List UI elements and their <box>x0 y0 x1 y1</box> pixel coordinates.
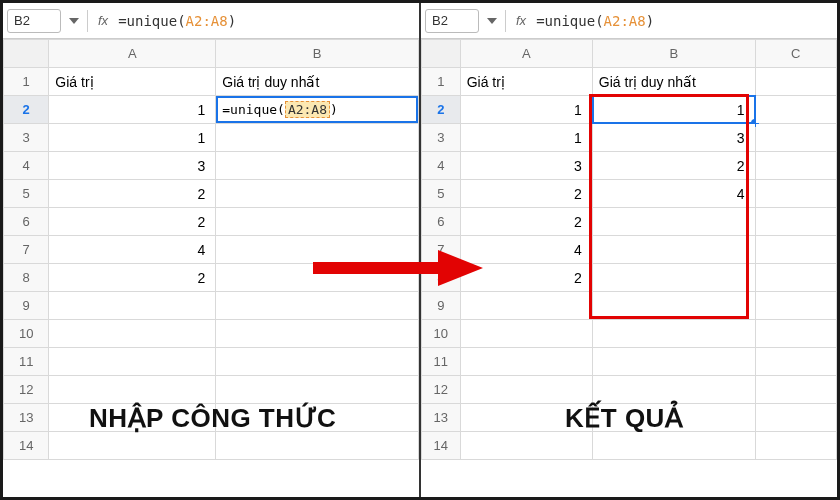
column-header-b[interactable]: B <box>216 40 419 68</box>
cell[interactable] <box>216 180 419 208</box>
row-header[interactable]: 4 <box>4 152 49 180</box>
cell[interactable]: 1 <box>460 124 592 152</box>
cell[interactable] <box>49 348 216 376</box>
row-header[interactable]: 2 <box>4 96 49 124</box>
cell[interactable] <box>460 292 592 320</box>
row-header[interactable]: 9 <box>422 292 461 320</box>
cell[interactable] <box>755 68 836 96</box>
select-all-corner[interactable] <box>422 40 461 68</box>
cell[interactable] <box>216 124 419 152</box>
row-header[interactable]: 3 <box>422 124 461 152</box>
row-header[interactable]: 12 <box>422 376 461 404</box>
cell[interactable] <box>216 348 419 376</box>
column-header-a[interactable]: A <box>49 40 216 68</box>
cell-editor[interactable]: =unique(A2:A8) <box>216 96 418 123</box>
cell[interactable] <box>755 208 836 236</box>
row-header[interactable]: 11 <box>4 348 49 376</box>
cell[interactable] <box>755 236 836 264</box>
name-box[interactable]: B2 <box>7 9 61 33</box>
cell[interactable] <box>49 320 216 348</box>
cell-b3[interactable]: 3 <box>592 124 755 152</box>
cell[interactable] <box>592 432 755 460</box>
cell[interactable] <box>216 208 419 236</box>
cell[interactable] <box>755 264 836 292</box>
cell[interactable]: 1 <box>49 124 216 152</box>
cell[interactable] <box>755 320 836 348</box>
cell[interactable] <box>460 376 592 404</box>
row-header[interactable]: 10 <box>422 320 461 348</box>
row-header[interactable]: 8 <box>4 264 49 292</box>
cell[interactable] <box>216 320 419 348</box>
cell-b5[interactable]: 4 <box>592 180 755 208</box>
cell[interactable] <box>755 292 836 320</box>
cell[interactable] <box>216 152 419 180</box>
cell[interactable]: 3 <box>460 152 592 180</box>
cell[interactable] <box>755 348 836 376</box>
name-box-dropdown-icon[interactable] <box>67 18 81 24</box>
cell[interactable] <box>755 404 836 432</box>
row-header[interactable]: 4 <box>422 152 461 180</box>
column-header-c[interactable]: C <box>755 40 836 68</box>
row-header[interactable]: 7 <box>4 236 49 264</box>
cell[interactable] <box>592 292 755 320</box>
row-header[interactable]: 12 <box>4 376 49 404</box>
row-header[interactable]: 5 <box>4 180 49 208</box>
cell-b4[interactable]: 2 <box>592 152 755 180</box>
row-header[interactable]: 10 <box>4 320 49 348</box>
row-header[interactable]: 9 <box>4 292 49 320</box>
column-header-a[interactable]: A <box>460 40 592 68</box>
cell-b1[interactable]: Giá trị duy nhất <box>592 68 755 96</box>
cell-b2[interactable]: 1 <box>592 96 755 124</box>
cell-a1[interactable]: Giá trị <box>49 68 216 96</box>
cell[interactable] <box>755 152 836 180</box>
cell[interactable]: 2 <box>460 208 592 236</box>
row-header[interactable]: 5 <box>422 180 461 208</box>
cell[interactable] <box>216 292 419 320</box>
cell-a1[interactable]: Giá trị <box>460 68 592 96</box>
cell-b2-editing[interactable]: =unique(A2:A8) <box>216 96 419 124</box>
select-all-corner[interactable] <box>4 40 49 68</box>
cell[interactable] <box>755 124 836 152</box>
cell[interactable] <box>460 432 592 460</box>
cell[interactable]: 2 <box>49 264 216 292</box>
cell[interactable] <box>592 348 755 376</box>
cell[interactable] <box>216 376 419 404</box>
formula-input[interactable]: =unique(A2:A8) <box>118 13 236 29</box>
row-header[interactable]: 13 <box>422 404 461 432</box>
cell[interactable] <box>460 348 592 376</box>
row-header[interactable]: 3 <box>4 124 49 152</box>
cell[interactable] <box>592 376 755 404</box>
cell[interactable] <box>592 236 755 264</box>
row-header[interactable]: 1 <box>422 68 461 96</box>
cell[interactable] <box>49 292 216 320</box>
row-header[interactable]: 6 <box>422 208 461 236</box>
cell[interactable] <box>216 432 419 460</box>
cell[interactable] <box>49 376 216 404</box>
cell[interactable] <box>755 376 836 404</box>
cell[interactable] <box>755 432 836 460</box>
row-header[interactable]: 1 <box>4 68 49 96</box>
cell[interactable] <box>592 264 755 292</box>
cell-a2[interactable]: 1 <box>49 96 216 124</box>
name-box-dropdown-icon[interactable] <box>485 18 499 24</box>
cell-a2[interactable]: 1 <box>460 96 592 124</box>
row-header[interactable]: 14 <box>422 432 461 460</box>
cell[interactable] <box>592 208 755 236</box>
cell[interactable] <box>49 432 216 460</box>
cell[interactable]: 2 <box>460 180 592 208</box>
column-header-b[interactable]: B <box>592 40 755 68</box>
cell[interactable]: 3 <box>49 152 216 180</box>
cell[interactable] <box>755 96 836 124</box>
cell[interactable]: 4 <box>49 236 216 264</box>
cell[interactable] <box>592 320 755 348</box>
name-box[interactable]: B2 <box>425 9 479 33</box>
cell[interactable] <box>755 180 836 208</box>
row-header[interactable]: 2 <box>422 96 461 124</box>
row-header[interactable]: 11 <box>422 348 461 376</box>
cell[interactable]: 2 <box>49 208 216 236</box>
formula-input[interactable]: =unique(A2:A8) <box>536 13 654 29</box>
row-header[interactable]: 6 <box>4 208 49 236</box>
row-header[interactable]: 14 <box>4 432 49 460</box>
cell-b1[interactable]: Giá trị duy nhất <box>216 68 419 96</box>
cell[interactable] <box>460 320 592 348</box>
